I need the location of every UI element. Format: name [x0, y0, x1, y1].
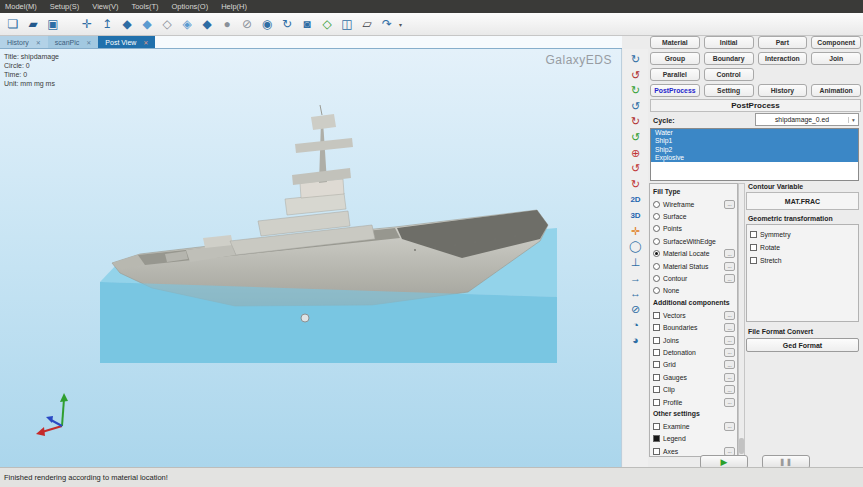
nav-button-animation[interactable]: Animation	[811, 84, 861, 97]
new-file-icon[interactable]: ❏	[4, 15, 22, 33]
solid-cube-icon[interactable]: ◆	[118, 15, 136, 33]
checkbox-icon[interactable]	[653, 337, 660, 344]
more-options-button[interactable]: ...	[724, 274, 735, 283]
more-options-button[interactable]: ...	[724, 348, 735, 357]
scrollbar-thumb[interactable]	[739, 438, 744, 454]
free-rotate-icon[interactable]: ◯	[629, 240, 643, 253]
fill-option-surface[interactable]: Surface	[650, 210, 737, 222]
material-list[interactable]: Water Ship1 Ship2 Explosive	[650, 128, 859, 181]
fill-option-material-locate[interactable]: Material Locate ...	[650, 248, 737, 260]
fill-option-surfacewithedge[interactable]: SurfaceWithEdge	[650, 235, 737, 247]
radio-icon[interactable]	[653, 263, 660, 270]
checkbox-icon[interactable]	[653, 312, 660, 319]
checkbox-icon[interactable]	[653, 435, 660, 442]
green-cube-icon[interactable]: ◇	[318, 15, 336, 33]
view-2d-icon[interactable]: 2D	[629, 193, 643, 206]
tab-history[interactable]: History ✕	[0, 36, 48, 48]
close-icon[interactable]: ✕	[36, 39, 41, 46]
more-options-button[interactable]: ...	[724, 249, 735, 258]
mirror-move-icon[interactable]: ↔	[629, 287, 643, 300]
contour-variable-field[interactable]: MAT.FRAC	[746, 192, 859, 210]
view-3d-icon[interactable]: 3D	[629, 209, 643, 222]
more-options-button[interactable]: ...	[724, 373, 735, 382]
menu-help[interactable]: Help(H)	[221, 2, 247, 11]
tab-scanpic[interactable]: scanPic ✕	[48, 36, 99, 48]
radio-icon[interactable]	[653, 225, 660, 232]
cycle-dropdown[interactable]: shipdamage_0.ed ▾	[755, 113, 859, 126]
rotate-view-neg-y-icon[interactable]: ↻	[629, 115, 643, 128]
component-detonation[interactable]: Detonation ...	[650, 346, 737, 358]
fill-option-material-status[interactable]: Material Status ...	[650, 260, 737, 272]
component-clip[interactable]: Clip ...	[650, 383, 737, 395]
more-options-button[interactable]: ...	[724, 385, 735, 394]
checkbox-icon[interactable]	[653, 399, 660, 406]
section-half-icon[interactable]: ◕	[629, 334, 643, 347]
list-item-ship2[interactable]: Ship2	[651, 146, 858, 154]
undo-view-icon[interactable]: ↷	[378, 15, 396, 33]
save-icon[interactable]: ▣	[44, 15, 62, 33]
setting-examine[interactable]: Examine ...	[650, 420, 737, 432]
nav-button-parallel[interactable]: Parallel	[650, 68, 700, 81]
geo-symmetry[interactable]: Symmetry	[747, 228, 858, 241]
radio-icon[interactable]	[653, 238, 660, 245]
examine-icon[interactable]: ⊕	[629, 147, 643, 160]
show-entity-icon[interactable]: ◉	[258, 15, 276, 33]
nav-button-postprocess[interactable]: PostProcess	[650, 84, 700, 97]
nav-button-group[interactable]: Group	[650, 52, 700, 65]
checkbox-icon[interactable]	[653, 423, 660, 430]
more-options-button[interactable]: ...	[724, 200, 735, 209]
shaded-cube-icon[interactable]: ◆	[138, 15, 156, 33]
menu-setup[interactable]: Setup(S)	[50, 2, 80, 11]
more-options-button[interactable]: ...	[724, 422, 735, 431]
more-options-button[interactable]: ...	[724, 311, 735, 320]
radio-icon[interactable]	[653, 250, 660, 257]
options-scrollbar[interactable]	[738, 183, 745, 457]
fill-option-points[interactable]: Points	[650, 223, 737, 235]
pick-point-icon[interactable]: ↥	[98, 15, 116, 33]
component-gauges[interactable]: Gauges ...	[650, 371, 737, 383]
nav-button-initial[interactable]: Initial	[704, 36, 754, 49]
rotate-view-neg-x-icon[interactable]: ↺	[629, 100, 643, 113]
more-options-button[interactable]: ...	[724, 323, 735, 332]
list-item-explosive[interactable]: Explosive	[651, 154, 858, 162]
component-profile[interactable]: Profile ...	[650, 396, 737, 408]
nav-button-interaction[interactable]: Interaction	[758, 52, 808, 65]
radio-icon[interactable]	[653, 287, 660, 294]
radio-icon[interactable]	[653, 275, 660, 282]
open-folder-icon[interactable]: ▰	[24, 15, 42, 33]
checkbox-icon[interactable]	[750, 257, 757, 264]
nav-button-history[interactable]: History	[758, 84, 808, 97]
nav-button-setting[interactable]: Setting	[704, 84, 754, 97]
fill-option-none[interactable]: None	[650, 285, 737, 297]
rotate-view-neg-z-icon[interactable]: ↺	[629, 131, 643, 144]
refresh-view-icon[interactable]: ↻	[278, 15, 296, 33]
nav-button-join[interactable]: Join	[811, 52, 861, 65]
checkbox-icon[interactable]	[653, 386, 660, 393]
fill-option-wireframe[interactable]: Wireframe ...	[650, 198, 737, 210]
rotate-view-y-icon[interactable]: ↺	[629, 69, 643, 82]
component-vectors[interactable]: Vectors ...	[650, 309, 737, 321]
clip-plane-icon[interactable]: ⊘	[629, 303, 643, 316]
nav-button-part[interactable]: Part	[758, 36, 808, 49]
tab-post-view[interactable]: Post View ✕	[98, 36, 155, 48]
normal-axis-icon[interactable]: ⊥	[629, 256, 643, 269]
checkbox-icon[interactable]	[750, 231, 757, 238]
checkbox-icon[interactable]	[653, 448, 660, 455]
geo-stretch[interactable]: Stretch	[747, 254, 858, 267]
snapshot-icon[interactable]: ◙	[298, 15, 316, 33]
menu-model[interactable]: Model(M)	[5, 2, 37, 11]
list-item-ship1[interactable]: Ship1	[651, 137, 858, 145]
3d-viewport[interactable]: Title: shipdamage Circle: 0 Time: 0 Unit…	[0, 49, 622, 467]
component-joins[interactable]: Joins ...	[650, 334, 737, 346]
menu-options[interactable]: Options(O)	[172, 2, 209, 11]
checkbox-icon[interactable]	[653, 361, 660, 368]
section-quarter-icon[interactable]: ◔	[629, 318, 643, 331]
pan-icon[interactable]: ✛	[629, 225, 643, 238]
more-options-button[interactable]: ...	[724, 398, 735, 407]
hide-entity-icon[interactable]: ⊘	[238, 15, 256, 33]
hidden-line-cube-icon[interactable]: ◈	[178, 15, 196, 33]
list-item-water[interactable]: Water	[651, 129, 858, 137]
crop-region-icon[interactable]: ▱	[358, 15, 376, 33]
redo-rotate-icon[interactable]: ↻	[629, 178, 643, 191]
menu-view[interactable]: View(V)	[92, 2, 118, 11]
